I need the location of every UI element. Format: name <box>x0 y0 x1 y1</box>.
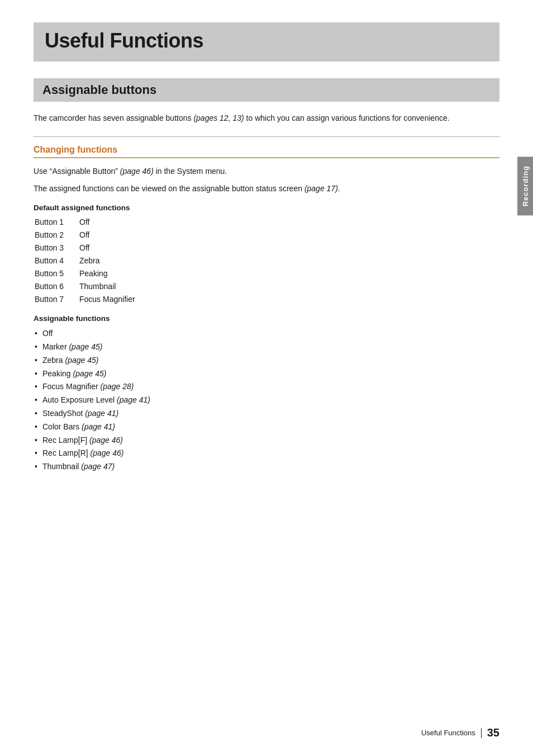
intro-page-ref: (pages 12, 13) <box>193 114 244 122</box>
body-text-2: The assigned functions can be viewed on … <box>34 182 499 195</box>
assignable-functions-heading: Assignable functions <box>34 314 499 323</box>
footer-divider <box>481 728 482 738</box>
list-item: SteadyShot (page 41) <box>35 407 499 420</box>
footer-label: Useful Functions <box>421 729 475 737</box>
main-title: Useful Functions <box>45 29 488 53</box>
list-item-ref: (page 47) <box>81 462 115 471</box>
button-label-1: Button 1 <box>35 216 79 228</box>
list-item: Thumbnail (page 47) <box>35 460 499 474</box>
button-value-4: Zebra <box>79 255 499 267</box>
button-label-7: Button 7 <box>35 294 79 305</box>
page-footer: Useful Functions 35 <box>421 726 499 739</box>
button-label-2: Button 2 <box>35 229 79 241</box>
footer-page-number: 35 <box>487 726 499 739</box>
page-container: Useful Functions Assignable buttons The … <box>0 0 533 756</box>
list-item: Peaking (page 45) <box>35 367 499 381</box>
list-item: Auto Exposure Level (page 41) <box>35 394 499 407</box>
assignable-functions-list: Off Marker (page 45) Zebra (page 45) Pea… <box>35 327 499 474</box>
table-row: Button 5 Peaking <box>35 268 499 280</box>
button-value-5: Peaking <box>79 268 499 280</box>
button-value-3: Off <box>79 242 499 254</box>
list-item: Off <box>35 327 499 341</box>
button-label-3: Button 3 <box>35 242 79 254</box>
changing-functions-heading: Changing functions <box>34 145 499 155</box>
list-item: Rec Lamp[F] (page 46) <box>35 434 499 447</box>
button-label-4: Button 4 <box>35 255 79 267</box>
body-ref-1: (page 46) <box>120 167 154 176</box>
list-item: Zebra (page 45) <box>35 354 499 367</box>
intro-paragraph: The camcorder has seven assignable butto… <box>34 112 499 124</box>
list-item-ref: (page 46) <box>91 448 124 457</box>
function-table: Button 1 Off Button 2 Off Button 3 Off B… <box>35 216 499 305</box>
list-item-ref: (page 28) <box>100 382 134 391</box>
main-title-block: Useful Functions <box>34 22 499 62</box>
button-value-7: Focus Magnifier <box>79 294 499 305</box>
body-ref-2: (page 17) <box>304 184 338 193</box>
button-label-5: Button 5 <box>35 268 79 280</box>
button-value-2: Off <box>79 229 499 241</box>
body-text-1: Use “Assignable Button” (page 46) in the… <box>34 165 499 177</box>
table-row: Button 6 Thumbnail <box>35 281 499 292</box>
default-functions-heading: Default assigned functions <box>34 204 499 212</box>
list-item: Rec Lamp[R] (page 46) <box>35 447 499 460</box>
button-value-1: Off <box>79 216 499 228</box>
side-tab-recording: Recording <box>517 157 533 215</box>
button-label-6: Button 6 <box>35 281 79 292</box>
table-row: Button 1 Off <box>35 216 499 228</box>
list-item-ref: (page 45) <box>69 342 102 351</box>
section-heading-block: Assignable buttons <box>34 78 499 102</box>
list-item: Focus Magnifier (page 28) <box>35 380 499 394</box>
button-value-6: Thumbnail <box>79 281 499 292</box>
list-item-ref: (page 45) <box>65 356 98 365</box>
list-item: Color Bars (page 41) <box>35 420 499 434</box>
section-heading: Assignable buttons <box>42 83 491 97</box>
list-item: Marker (page 45) <box>35 341 499 354</box>
divider-line <box>34 136 499 137</box>
list-item-ref: (page 41) <box>117 395 150 404</box>
list-item-ref: (page 41) <box>85 409 118 418</box>
list-item-ref: (page 41) <box>82 422 115 431</box>
table-row: Button 4 Zebra <box>35 255 499 267</box>
list-item-ref: (page 45) <box>73 369 106 378</box>
list-item-ref: (page 46) <box>89 436 123 445</box>
table-row: Button 7 Focus Magnifier <box>35 294 499 305</box>
table-row: Button 3 Off <box>35 242 499 254</box>
changing-functions-heading-block: Changing functions <box>34 145 499 158</box>
side-tab-label: Recording <box>521 166 530 206</box>
table-row: Button 2 Off <box>35 229 499 241</box>
